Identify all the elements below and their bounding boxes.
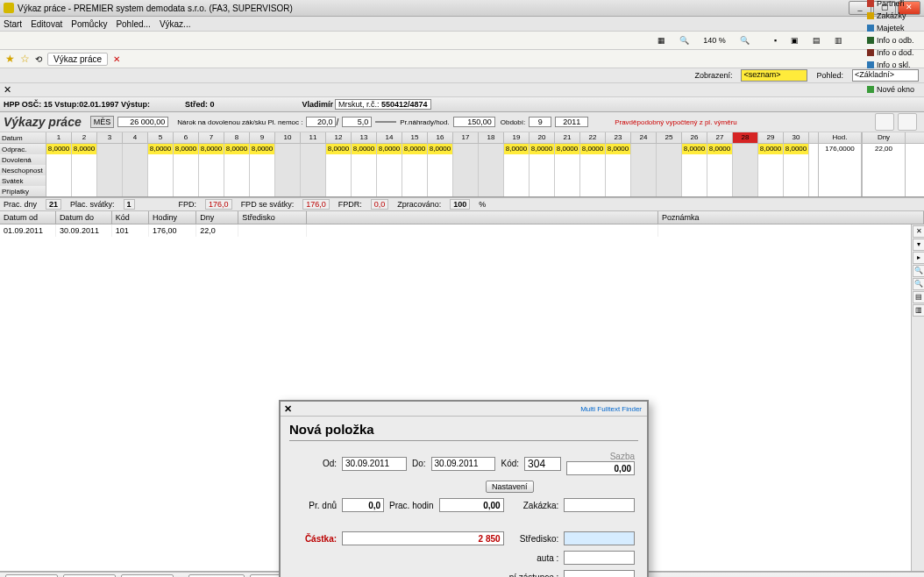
day-cell[interactable]	[301, 175, 326, 186]
day-cell[interactable]	[657, 144, 682, 154]
tool-icon-2[interactable]: ▣	[786, 34, 803, 46]
day-cell[interactable]	[758, 175, 784, 186]
print-icon[interactable]	[875, 113, 894, 131]
col-Datum od[interactable]: Datum od	[0, 211, 56, 224]
day-cell[interactable]: 8,0000	[148, 144, 174, 154]
topbtn-partne-i[interactable]: Partneři	[863, 0, 919, 10]
topbtn-info-o-odb-[interactable]: Info o odb.	[863, 34, 919, 46]
cell[interactable]: 22,0	[196, 224, 238, 237]
day-cell[interactable]	[224, 165, 250, 175]
day-cell[interactable]	[224, 186, 250, 196]
cell[interactable]: 30.09.2011	[56, 224, 112, 237]
day-cell[interactable]: 8,0000	[758, 144, 784, 154]
day-cell[interactable]: 8,0000	[428, 144, 453, 154]
day-cell[interactable]	[402, 175, 428, 186]
day-cell[interactable]	[479, 165, 504, 175]
day-cell[interactable]	[352, 175, 377, 186]
day-cell[interactable]	[555, 165, 580, 175]
kod-field[interactable]: 304	[524, 457, 561, 471]
detail-row[interactable]: 01.09.201130.09.2011101176,0022,0	[0, 224, 924, 237]
zoom-out-icon[interactable]: 🔍	[675, 34, 693, 46]
day-cell[interactable]	[199, 175, 224, 186]
side-tool-2[interactable]: ▸	[913, 252, 924, 264]
side-tool-6[interactable]: ▥	[913, 304, 924, 317]
stredisko-field[interactable]	[564, 531, 635, 545]
day-cell[interactable]	[631, 186, 657, 196]
day-cell[interactable]	[504, 186, 530, 196]
zakazka-field[interactable]	[564, 498, 635, 512]
obdobi-month[interactable]: 9	[529, 117, 551, 127]
day-cell[interactable]	[250, 154, 275, 165]
day-cell[interactable]	[326, 175, 352, 186]
day-cell[interactable]	[606, 165, 631, 175]
dialog-close-icon[interactable]: ✕	[281, 403, 295, 415]
day-cell[interactable]	[657, 165, 682, 175]
day-cell[interactable]	[428, 154, 453, 165]
day-cell[interactable]: 8,0000	[555, 144, 580, 154]
day-cell[interactable]	[707, 154, 733, 165]
day-cell[interactable]	[46, 175, 72, 186]
day-cell[interactable]	[428, 186, 453, 196]
day-cell[interactable]	[97, 165, 123, 175]
day-cell[interactable]	[377, 186, 402, 196]
day-cell[interactable]	[657, 186, 682, 196]
day-cell[interactable]	[46, 186, 72, 196]
day-cell[interactable]	[530, 175, 555, 186]
menu-pomůcky[interactable]: Pomůcky	[71, 19, 107, 29]
day-cell[interactable]: 8,0000	[250, 144, 275, 154]
topbtn-zak-zky[interactable]: Zakázky	[863, 10, 919, 22]
day-cell[interactable]	[72, 175, 97, 186]
side-tool-3[interactable]: 🔍	[913, 265, 924, 277]
day-cell[interactable]	[301, 165, 326, 175]
zastupce-field[interactable]	[564, 570, 635, 577]
day-cell[interactable]	[250, 165, 275, 175]
day-cell[interactable]	[580, 165, 606, 175]
day-cell[interactable]	[275, 154, 301, 165]
day-cell[interactable]	[174, 175, 199, 186]
day-cell[interactable]	[580, 154, 606, 165]
day-cell[interactable]: 8,0000	[199, 144, 224, 154]
day-cell[interactable]	[504, 154, 530, 165]
day-cell[interactable]	[377, 175, 402, 186]
cell[interactable]: 176,00	[149, 224, 196, 237]
side-close-icon[interactable]: ✕	[913, 225, 924, 238]
day-cell[interactable]	[530, 154, 555, 165]
col-Hodiny[interactable]: Hodiny	[149, 211, 196, 224]
day-cell[interactable]	[97, 186, 123, 196]
day-cell[interactable]	[148, 165, 174, 175]
day-cell[interactable]	[352, 165, 377, 175]
day-cell[interactable]	[123, 154, 148, 165]
day-cell[interactable]	[148, 154, 174, 165]
topbtn-majetek[interactable]: Majetek	[863, 22, 919, 34]
day-cell[interactable]	[402, 165, 428, 175]
export-icon[interactable]	[898, 113, 917, 131]
day-cell[interactable]	[606, 154, 631, 165]
day-cell[interactable]: 8,0000	[682, 144, 707, 154]
day-cell[interactable]	[301, 186, 326, 196]
od-field[interactable]: 30.09.2011	[342, 457, 407, 471]
day-cell[interactable]	[504, 175, 530, 186]
day-cell[interactable]	[784, 186, 809, 196]
topbtn-nov-okno[interactable]: Nové okno	[863, 83, 919, 96]
day-cell[interactable]	[46, 165, 72, 175]
fulltext-finder-link[interactable]: Multi Fulltext Finder	[580, 405, 642, 413]
day-cell[interactable]	[606, 186, 631, 196]
day-cell[interactable]	[758, 165, 784, 175]
day-cell[interactable]	[453, 186, 479, 196]
auta-field[interactable]	[564, 551, 635, 565]
tool-icon-4[interactable]: ▥	[830, 34, 847, 46]
day-cell[interactable]	[72, 154, 97, 165]
menu-start[interactable]: Start	[4, 19, 22, 29]
day-cell[interactable]: 8,0000	[402, 144, 428, 154]
day-cell[interactable]	[301, 154, 326, 165]
day-cell[interactable]	[148, 186, 174, 196]
day-cell[interactable]	[707, 165, 733, 175]
topbtn-info-o-dod-[interactable]: Info o dod.	[863, 46, 919, 59]
cell[interactable]	[238, 224, 307, 237]
day-cell[interactable]: 8,0000	[707, 144, 733, 154]
day-cell[interactable]	[301, 144, 326, 154]
tool-icon-3[interactable]: ▤	[808, 34, 825, 46]
day-cell[interactable]	[580, 175, 606, 186]
day-cell[interactable]	[555, 186, 580, 196]
menu-editovat[interactable]: Editovat	[31, 19, 62, 29]
